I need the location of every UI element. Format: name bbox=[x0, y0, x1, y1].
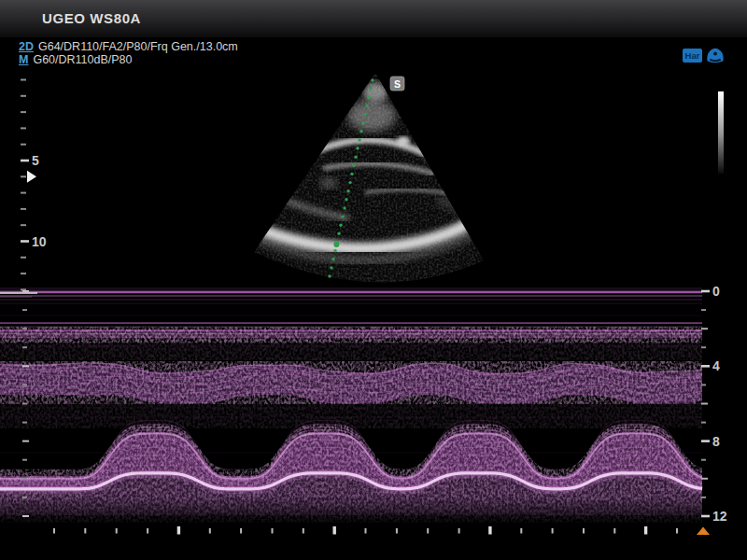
imaging-area: S 51004812 bbox=[0, 0, 747, 560]
time-tick bbox=[53, 528, 55, 534]
mline-dot[interactable] bbox=[339, 224, 342, 227]
ultrasound-screen: S 51004812 UGEO WS80A 2DG64/DR110/FA2/P8… bbox=[0, 0, 747, 560]
app-title: UGEO WS80A bbox=[42, 10, 141, 26]
mline-dot[interactable] bbox=[330, 266, 332, 269]
mline-dot[interactable] bbox=[359, 130, 362, 133]
mline-dot[interactable] bbox=[343, 206, 345, 209]
time-tick bbox=[520, 528, 522, 534]
time-tick bbox=[488, 526, 491, 535]
status-line-m: MG60/DR110dB/P80 bbox=[19, 53, 133, 66]
time-tick bbox=[147, 528, 148, 534]
mline-dot[interactable] bbox=[352, 164, 355, 167]
depth-label-2d: 10 bbox=[32, 234, 47, 249]
mline-dot[interactable] bbox=[363, 113, 366, 116]
time-tick bbox=[613, 528, 615, 534]
harmonics-badge: Har bbox=[683, 49, 702, 63]
orientation-marker-badge: S bbox=[390, 77, 404, 91]
mline-dot[interactable] bbox=[328, 274, 331, 277]
time-tick bbox=[209, 528, 211, 534]
sweep-position-marker bbox=[697, 527, 710, 536]
mline-dot[interactable] bbox=[333, 249, 336, 252]
mode-2d-label: 2D bbox=[19, 40, 34, 53]
mode-m-params: G60/DR110dB/P80 bbox=[33, 53, 132, 66]
time-tick bbox=[396, 528, 398, 534]
depth-label-mmode: 8 bbox=[712, 434, 720, 449]
time-tick bbox=[583, 528, 585, 534]
mline-dot[interactable] bbox=[365, 105, 368, 107]
time-tick bbox=[458, 528, 460, 534]
time-tick bbox=[84, 528, 86, 534]
orientation-marker: S bbox=[394, 78, 401, 90]
time-tick bbox=[272, 528, 274, 534]
time-tick bbox=[365, 528, 367, 534]
time-tick bbox=[177, 526, 180, 535]
mode-2d-params: G64/DR110/FA2/P80/Frq Gen./13.0cm bbox=[38, 40, 238, 53]
mline-dot[interactable] bbox=[371, 78, 374, 81]
time-tick bbox=[644, 526, 647, 535]
mline-dot[interactable] bbox=[341, 215, 344, 217]
time-tick bbox=[552, 528, 554, 534]
mline-dot[interactable] bbox=[354, 156, 357, 159]
time-tick bbox=[240, 528, 242, 534]
depth-label-2d: 5 bbox=[32, 153, 39, 168]
time-tick bbox=[676, 528, 678, 534]
focus-marker[interactable] bbox=[27, 171, 36, 183]
depth-label-mmode: 4 bbox=[712, 358, 720, 373]
time-tick bbox=[116, 528, 118, 534]
mline-dot[interactable] bbox=[350, 173, 353, 175]
mline-dot[interactable] bbox=[331, 258, 334, 260]
depth-label-mmode: 0 bbox=[712, 284, 720, 299]
probe-icon bbox=[705, 47, 726, 64]
mline-dot[interactable] bbox=[369, 87, 372, 90]
mline-dot[interactable] bbox=[358, 138, 360, 141]
time-tick bbox=[427, 528, 429, 534]
mline-caliper-dot[interactable] bbox=[333, 242, 339, 247]
depth-label-mmode: 12 bbox=[712, 509, 727, 524]
mline-dot[interactable] bbox=[356, 147, 359, 149]
mline-dot[interactable] bbox=[361, 121, 364, 124]
time-tick bbox=[303, 528, 304, 534]
grayscale-map-bar bbox=[718, 91, 724, 174]
mline-dot[interactable] bbox=[346, 189, 349, 192]
mline-dot[interactable] bbox=[348, 181, 351, 184]
time-tick bbox=[333, 526, 336, 535]
status-line-2d: 2DG64/DR110/FA2/P80/Frq Gen./13.0cm bbox=[19, 40, 238, 53]
mline-dot[interactable] bbox=[345, 198, 347, 201]
mmode-trace bbox=[0, 287, 702, 525]
header-bar: UGEO WS80A bbox=[0, 0, 747, 37]
mline-dot[interactable] bbox=[367, 96, 370, 99]
mline-dot[interactable] bbox=[337, 232, 340, 235]
mode-m-label: M bbox=[19, 53, 28, 66]
